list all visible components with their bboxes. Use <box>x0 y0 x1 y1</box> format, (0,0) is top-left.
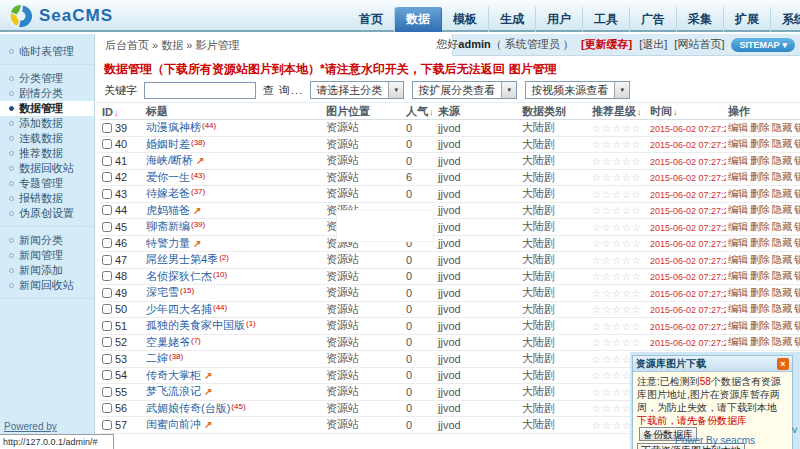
lock-link[interactable]: 锁定 <box>794 188 800 199</box>
delete-link[interactable]: 删除 <box>750 287 770 298</box>
nav-tab[interactable]: 生成 <box>489 7 536 32</box>
lock-link[interactable]: 锁定 <box>794 138 800 149</box>
sidebar-item[interactable]: 新闻管理 <box>0 248 94 263</box>
row-title-link[interactable]: 婚姻时差 <box>146 138 190 150</box>
sidebar-item[interactable]: 专题管理 <box>0 176 94 191</box>
column-header[interactable]: 操作 <box>726 104 800 120</box>
sidebar-item[interactable]: 剧情分类 <box>0 86 94 101</box>
filter-select[interactable]: 按视频来源查看 ▾ <box>525 81 630 99</box>
lock-link[interactable]: 锁定 <box>794 320 800 331</box>
edit-link[interactable]: 编辑 <box>728 287 748 298</box>
edit-link[interactable]: 编辑 <box>728 237 748 248</box>
lock-link[interactable]: 锁定 <box>794 254 800 265</box>
nav-tab[interactable]: 数据 <box>395 7 442 32</box>
row-checkbox[interactable] <box>102 321 112 331</box>
row-checkbox[interactable] <box>102 172 112 182</box>
hide-link[interactable]: 隐藏 <box>772 254 792 265</box>
nav-tab[interactable]: 扩展 <box>724 7 771 32</box>
row-title-link[interactable]: 待嫁老爸 <box>146 187 190 199</box>
lock-link[interactable]: 锁定 <box>794 155 800 166</box>
row-title-link[interactable]: 武媚娘传奇(台版) <box>146 402 230 414</box>
lock-link[interactable]: 锁定 <box>794 221 800 232</box>
star-rating[interactable]: ☆☆☆☆☆ <box>592 321 642 332</box>
sidebar-item[interactable]: 报错数据 <box>0 191 94 206</box>
logout-link[interactable]: [退出] <box>639 37 667 52</box>
lock-link[interactable]: 锁定 <box>794 171 800 182</box>
row-checkbox[interactable] <box>102 288 112 298</box>
site-home-link[interactable]: [网站首页] <box>674 37 724 52</box>
lock-link[interactable]: 锁定 <box>794 336 800 347</box>
nav-tab[interactable]: 采集 <box>677 7 724 32</box>
delete-link[interactable]: 删除 <box>750 303 770 314</box>
lock-link[interactable]: 锁定 <box>794 204 800 215</box>
sidebar-item[interactable]: 新闻添加 <box>0 263 94 278</box>
row-checkbox[interactable] <box>102 370 112 380</box>
hide-link[interactable]: 隐藏 <box>772 171 792 182</box>
column-header[interactable]: 来源 <box>436 104 520 120</box>
delete-link[interactable]: 删除 <box>750 171 770 182</box>
row-title-link[interactable]: 空巢姥爷 <box>146 336 190 348</box>
hide-link[interactable]: 隐藏 <box>772 270 792 281</box>
seacms-logo[interactable]: SeaCMS <box>8 3 113 29</box>
query-button[interactable]: 查 询... <box>263 83 303 98</box>
hide-link[interactable]: 隐藏 <box>772 287 792 298</box>
delete-link[interactable]: 删除 <box>750 138 770 149</box>
star-rating[interactable]: ☆☆☆☆☆ <box>592 156 642 167</box>
edit-link[interactable]: 编辑 <box>728 336 748 347</box>
nav-tab[interactable]: 工具 <box>583 7 630 32</box>
delete-link[interactable]: 删除 <box>750 336 770 347</box>
row-title-link[interactable]: 聊斋新编 <box>146 220 190 232</box>
lock-link[interactable]: 锁定 <box>794 303 800 314</box>
row-title-link[interactable]: 少年四大名捕 <box>146 303 212 315</box>
star-rating[interactable]: ☆☆☆☆☆ <box>592 205 642 216</box>
row-checkbox[interactable] <box>102 354 112 364</box>
column-header[interactable]: 数据类别 <box>520 104 590 120</box>
row-checkbox[interactable] <box>102 139 112 149</box>
delete-link[interactable]: 删除 <box>750 237 770 248</box>
row-checkbox[interactable] <box>102 123 112 133</box>
edit-link[interactable]: 编辑 <box>728 254 748 265</box>
scroll-down-icon[interactable]: ˅ <box>792 424 798 436</box>
row-checkbox[interactable] <box>102 255 112 265</box>
row-checkbox[interactable] <box>102 337 112 347</box>
edit-link[interactable]: 编辑 <box>728 122 748 133</box>
star-rating[interactable]: ☆☆☆☆☆ <box>592 304 642 315</box>
delete-link[interactable]: 删除 <box>750 254 770 265</box>
star-rating[interactable]: ☆☆☆☆☆ <box>592 288 642 299</box>
sidebar-item[interactable]: 连载数据 <box>0 131 94 146</box>
lock-link[interactable]: 锁定 <box>794 270 800 281</box>
sidebar-item[interactable]: 新闻回收站 <box>0 278 94 293</box>
edit-link[interactable]: 编辑 <box>728 188 748 199</box>
filter-select[interactable]: 请选择主分类 ▾ <box>310 81 404 99</box>
filter-select[interactable]: 按扩展分类查看 ▾ <box>412 81 517 99</box>
image-manage-link[interactable]: 图片管理 <box>509 62 557 76</box>
row-title-link[interactable]: 传奇大掌柜 <box>146 369 201 381</box>
sidebar-item[interactable]: 数据回收站 <box>0 161 94 176</box>
row-title-link[interactable]: 梦飞流浪记 <box>146 385 201 397</box>
hide-link[interactable]: 隐藏 <box>772 336 792 347</box>
star-rating[interactable]: ☆☆☆☆☆ <box>592 172 642 183</box>
sidebar-item[interactable]: 新闻分类 <box>0 233 94 248</box>
delete-link[interactable]: 删除 <box>750 155 770 166</box>
edit-link[interactable]: 编辑 <box>728 270 748 281</box>
row-title-link[interactable]: 海峡/断桥 <box>146 154 193 166</box>
hide-link[interactable]: 隐藏 <box>772 122 792 133</box>
column-header[interactable]: 时间↓ <box>648 104 726 120</box>
row-title-link[interactable]: 屌丝男士第4季 <box>146 253 218 265</box>
column-header[interactable]: 图片位置 <box>324 104 404 120</box>
row-title-link[interactable]: 虎妈猫爸 <box>146 204 190 216</box>
column-header[interactable]: ID↓ <box>100 104 144 120</box>
star-rating[interactable]: ☆☆☆☆☆ <box>592 189 642 200</box>
sidebar-item[interactable]: 伪原创设置 <box>0 206 94 221</box>
column-header[interactable]: 推荐星级↓ <box>590 104 648 120</box>
star-rating[interactable]: ☆☆☆☆☆ <box>592 238 642 249</box>
update-cache-link[interactable]: [更新缓存] <box>581 37 632 52</box>
edit-link[interactable]: 编辑 <box>728 221 748 232</box>
edit-link[interactable]: 编辑 <box>728 138 748 149</box>
star-rating[interactable]: ☆☆☆☆☆ <box>592 255 642 266</box>
edit-link[interactable]: 编辑 <box>728 171 748 182</box>
row-checkbox[interactable] <box>102 156 112 166</box>
sidebar-item[interactable]: 添加数据 <box>0 116 94 131</box>
row-title-link[interactable]: 深宅雪 <box>146 286 179 298</box>
close-icon[interactable]: × <box>777 358 789 370</box>
